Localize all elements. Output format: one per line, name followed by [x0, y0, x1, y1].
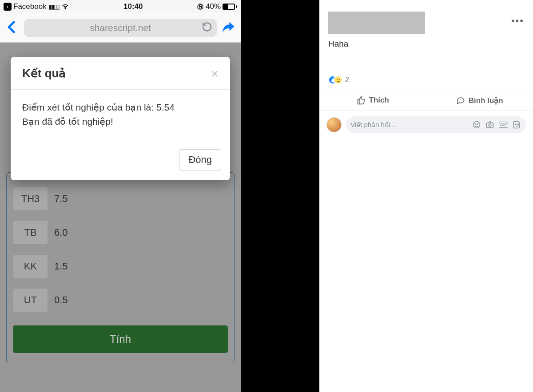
like-icon — [357, 96, 366, 105]
url-text: sharescript.net — [90, 23, 151, 33]
facebook-panel: ••• Haha 2 Thích Bình luận — [319, 0, 533, 392]
phone-screenshot: ‹ Facebook ▮▮▯▯ 10:40 40% sharescript.ne… — [0, 0, 241, 392]
modal-line2: Bạn đã đỗ tốt nghiệp! — [22, 115, 219, 129]
reply-placeholder: Viết phản hồi... — [350, 121, 468, 129]
author-redacted — [328, 12, 425, 34]
svg-point-5 — [473, 122, 480, 128]
reaction-count: 2 — [345, 76, 349, 84]
comment-label: Bình luận — [469, 96, 503, 105]
comment-button[interactable]: Bình luận — [426, 90, 533, 111]
ios-statusbar: ‹ Facebook ▮▮▯▯ 10:40 40% — [0, 0, 241, 13]
camera-icon[interactable] — [485, 120, 494, 129]
comment-icon — [456, 96, 465, 105]
battery-percent: 40% — [206, 2, 221, 11]
svg-point-7 — [477, 124, 478, 125]
svg-rect-2 — [199, 6, 201, 8]
browser-back-button[interactable] — [4, 20, 20, 36]
svg-point-0 — [65, 8, 66, 9]
modal-line1: Điểm xét tốt nghiệp của bạn là: 5.54 — [22, 100, 219, 115]
post-menu-button[interactable]: ••• — [511, 15, 524, 27]
reactions-bar[interactable]: 2 — [319, 75, 533, 90]
user-avatar[interactable] — [326, 117, 342, 132]
reload-button[interactable] — [202, 21, 212, 34]
like-label: Thích — [369, 96, 389, 105]
svg-point-11 — [518, 124, 519, 125]
cell-signal-icon: ▮▮▯▯ — [48, 3, 59, 10]
svg-point-6 — [475, 124, 476, 125]
like-button[interactable]: Thích — [319, 90, 426, 111]
svg-point-4 — [339, 79, 340, 80]
status-time: 10:40 — [123, 2, 143, 11]
modal-close-button[interactable]: Đóng — [179, 149, 221, 170]
sticker-icon[interactable] — [513, 120, 521, 129]
battery-icon — [223, 4, 235, 10]
share-button[interactable] — [221, 20, 236, 36]
svg-point-9 — [489, 124, 491, 127]
safari-toolbar: sharescript.net — [0, 13, 241, 43]
wifi-icon — [61, 3, 70, 10]
divider-gap — [241, 0, 319, 392]
orientation-lock-icon — [197, 3, 204, 10]
svg-point-10 — [516, 124, 517, 125]
modal-close-x[interactable]: × — [211, 67, 219, 80]
modal-title: Kết quả — [22, 67, 211, 80]
emoji-icon[interactable] — [472, 120, 481, 129]
back-to-app-label[interactable]: Facebook — [13, 2, 47, 11]
svg-point-3 — [337, 79, 338, 80]
gif-icon[interactable]: GIF — [499, 122, 508, 128]
url-bar[interactable]: sharescript.net — [24, 19, 217, 37]
back-to-app-chip[interactable]: ‹ — [4, 3, 12, 11]
post-text: Haha — [319, 36, 533, 75]
modal-body: Điểm xét tốt nghiệp của bạn là: 5.54 Bạn… — [11, 90, 230, 141]
reply-input[interactable]: Viết phản hồi... GIF — [346, 116, 526, 133]
result-modal: Kết quả × Điểm xét tốt nghiệp của bạn là… — [11, 57, 230, 180]
reaction-haha-icon — [334, 75, 342, 84]
